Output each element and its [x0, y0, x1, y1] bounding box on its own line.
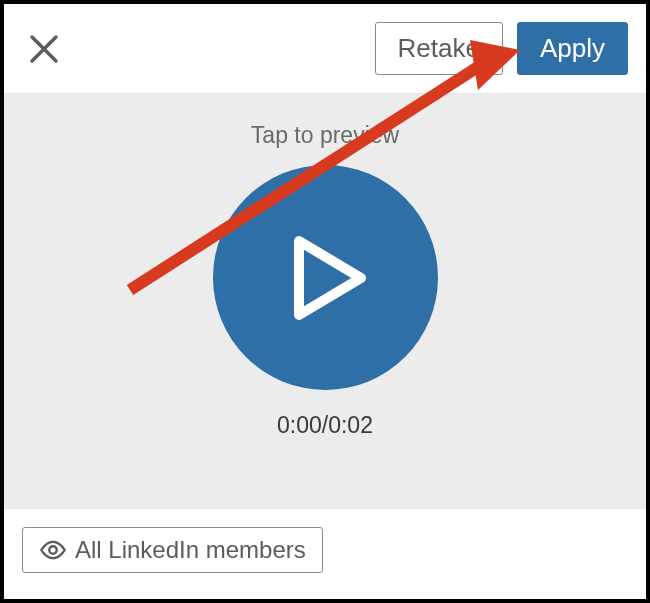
svg-marker-2 [299, 241, 361, 315]
visibility-button[interactable]: All LinkedIn members [22, 527, 323, 573]
svg-point-3 [49, 546, 56, 553]
play-button[interactable] [213, 165, 438, 390]
close-icon [26, 31, 62, 67]
apply-button[interactable]: Apply [517, 22, 628, 75]
time-label: 0:00/0:02 [277, 412, 373, 439]
header-buttons: Retake Apply [375, 22, 628, 75]
play-icon [279, 233, 371, 323]
preview-area: Tap to preview 0:00/0:02 [4, 94, 646, 509]
preview-label: Tap to preview [251, 122, 399, 149]
modal-header: Retake Apply [4, 4, 646, 94]
visibility-label: All LinkedIn members [75, 536, 306, 564]
close-button[interactable] [26, 31, 62, 67]
retake-button[interactable]: Retake [375, 22, 503, 75]
eye-icon [39, 536, 67, 564]
modal-footer: All LinkedIn members [4, 509, 646, 599]
